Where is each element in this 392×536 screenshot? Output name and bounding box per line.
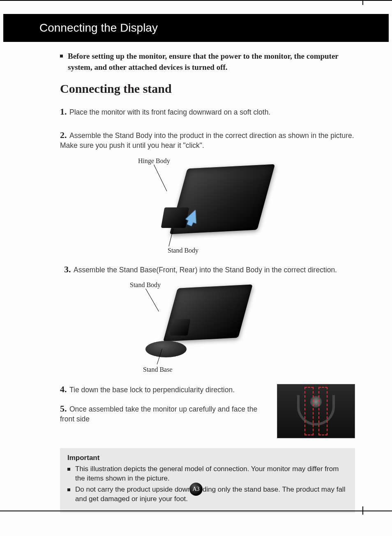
highlight-box-right [318,387,327,435]
page-content: Before setting up the monitor, ensure th… [60,51,355,513]
step-1-number: 1. [60,106,67,117]
step-4-number: 4. [60,384,67,394]
base-lock-illustration [277,384,355,438]
stand-body-illustration [161,207,189,228]
figure-2-label-stand-base: Stand Base [143,366,173,373]
page-number: A3 [192,486,199,492]
step-4-text: Tie down the base lock to perpendiculari… [69,386,235,394]
step-3-text: Assemble the Stand Base(Front, Rear) int… [74,266,337,274]
figure-2: Stand Body Stand Base [126,282,274,373]
important-item-2-text: Do not carry the product upside down hol… [75,485,348,504]
important-item-1: This illustration depicts the general mo… [67,465,348,483]
bullet-icon [67,488,70,491]
stand-base-illustration [145,341,187,357]
crop-mark-top [0,0,392,1]
step-2: 2. Assemble the Stand Body into the prod… [60,130,355,151]
step-5-text: Once assembled take the monitor up caref… [60,405,257,423]
highlight-box-left [304,387,314,435]
stand-body-illustration [169,319,190,336]
page-header-title: Connecting the Display [39,21,158,35]
important-title: Important [67,454,348,462]
figure-1-label-stand-body: Stand Body [168,247,198,254]
leader-line [154,164,167,191]
power-warning: Before setting up the monitor, ensure th… [60,51,355,73]
steps-4-5-row: 4. Tie down the base lock to perpendicul… [60,384,355,438]
crop-mark-bottom [0,511,392,511]
step-5-number: 5. [60,403,67,414]
step-3-number: 3. [64,264,71,274]
power-warning-text: Before setting up the monitor, ensure th… [68,51,355,73]
leader-line [145,289,159,312]
step-1-text: Place the monitor with its front facing … [69,108,270,116]
bullet-icon [67,468,70,471]
step-3: 3. Assemble the Stand Base(Front, Rear) … [64,264,355,275]
step-5: 5. Once assembled take the monitor up ca… [60,403,268,424]
bullet-icon [60,55,63,58]
important-note-box: Important This illustration depicts the … [60,448,355,513]
figure-1: Hinge Body Stand Body [130,158,286,253]
important-item-2: Do not carry the product upside down hol… [67,485,348,504]
section-heading: Connecting the stand [60,82,355,96]
figure-2-label-stand-body: Stand Body [130,281,161,289]
page-header: Connecting the Display [3,14,389,42]
page-number-badge: A3 [189,483,203,496]
step-1: 1. Place the monitor with its front faci… [60,106,355,117]
important-item-1-text: This illustration depicts the general mo… [75,465,348,483]
figure-1-label-hinge: Hinge Body [138,157,170,165]
step-4: 4. Tie down the base lock to perpendicul… [60,384,268,395]
step-2-number: 2. [60,130,67,140]
step-2-text: Assemble the Stand Body into the product… [60,131,354,150]
